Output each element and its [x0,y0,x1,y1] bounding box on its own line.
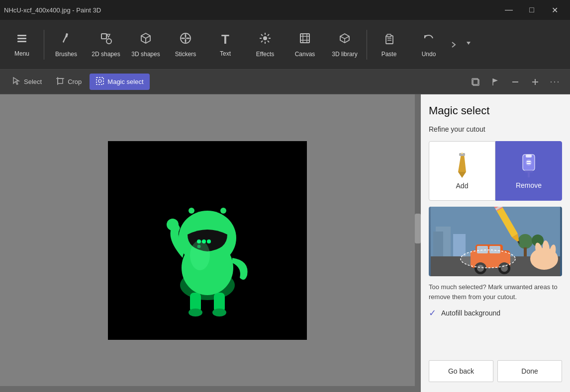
3dshapes-label: 3D shapes [131,51,160,58]
crop-action[interactable]: Crop [50,74,88,90]
menu-icon [16,32,28,47]
svg-rect-29 [96,78,103,84]
svg-point-48 [189,208,194,214]
action-more[interactable]: ··· [546,73,564,91]
magic-select-action[interactable]: Magic select [90,74,149,90]
select-icon [12,77,21,87]
autofill-label: Autofill background [441,309,500,317]
toolbar-stickers[interactable]: Stickers [166,22,205,67]
toolbar-canvas[interactable]: Canvas [285,22,325,67]
refine-label: Refine your cutout [429,125,562,133]
toolbar-collapse[interactable] [459,22,478,67]
image-container [108,141,307,340]
2dshapes-icon [99,32,112,48]
toolbar: Menu Brushes 2D shapes [0,20,570,70]
svg-point-30 [98,79,101,82]
action-plus[interactable] [526,73,544,91]
paste-icon [382,32,395,48]
svg-line-14 [268,41,269,42]
scrollbar-thumb[interactable] [415,214,421,243]
go-back-button[interactable]: Go back [429,360,493,382]
app-title: NHcU-xcf_400x400.jpg - Paint 3D [4,6,101,14]
toolbar-3dshapes[interactable]: 3D shapes [126,22,166,67]
svg-marker-6 [107,34,110,37]
autofill-row[interactable]: ✓ Autofill background [429,308,562,318]
3dlibrary-label: 3D library [332,51,357,58]
undo-icon [422,32,435,48]
titlebar-controls: — □ ✕ [497,0,566,20]
svg-line-13 [261,34,263,36]
2dshapes-label: 2D shapes [92,51,120,58]
toolbar-text[interactable]: T Text [205,22,245,67]
svg-point-49 [220,208,226,214]
svg-rect-60 [527,161,531,162]
select-action[interactable]: Select [6,74,48,90]
menu-label: Menu [14,50,29,57]
stickers-icon [179,32,192,48]
svg-rect-2 [17,41,26,42]
panel-title: Magic select [429,104,562,117]
more-icon: ··· [550,77,560,87]
svg-rect-65 [453,234,466,256]
toolbar-undo[interactable]: Undo [409,22,449,67]
svg-point-42 [167,219,179,231]
3dshapes-icon [139,32,152,48]
actionbar: Select Crop Magic select [0,70,570,94]
main-area: Magic select Refine your cutout Add [0,94,570,392]
toolbar-paste[interactable]: Paste [369,22,409,67]
brushes-label: Brushes [55,51,77,58]
text-icon: T [221,32,229,47]
action-minus[interactable] [506,73,524,91]
remove-label: Remove [516,181,542,189]
svg-rect-26 [58,78,63,83]
action-copy[interactable] [467,73,484,91]
robot-image [133,161,282,320]
maximize-button[interactable]: □ [520,0,543,20]
toolbar-brushes[interactable]: Brushes [46,22,86,67]
svg-rect-3 [65,33,68,37]
effects-label: Effects [256,51,274,58]
svg-point-46 [207,239,211,243]
stickers-label: Stickers [175,51,196,58]
toolbar-divider-2 [367,30,367,60]
text-label: Text [220,50,231,57]
canvas-icon [298,32,311,48]
svg-rect-66 [433,232,443,256]
effects-icon [259,32,272,48]
svg-line-16 [261,41,263,42]
minimize-button[interactable]: — [497,0,520,20]
bottom-scrollbar[interactable] [0,386,415,392]
done-button[interactable]: Done [497,360,562,382]
toolbar-3dlibrary[interactable]: 3D library [325,22,365,67]
collapse-icon [465,40,473,49]
svg-marker-51 [458,154,466,172]
toolbar-chevron[interactable] [449,22,459,67]
hint-text: Too much selected? Mark unwanted areas t… [429,282,562,302]
svg-point-39 [189,309,202,316]
titlebar-left: NHcU-xcf_400x400.jpg - Paint 3D [4,6,101,14]
add-label: Add [456,182,469,190]
autofill-checkmark: ✓ [429,308,436,318]
add-pencil-icon [451,152,473,178]
svg-point-59 [526,159,532,165]
svg-point-88 [461,250,515,268]
action-flag[interactable] [486,73,504,91]
add-button[interactable]: Add [429,141,495,201]
toolbar-effects[interactable]: Effects [245,22,285,67]
magic-select-icon [95,77,104,87]
close-button[interactable]: ✕ [543,0,566,20]
svg-rect-4 [101,34,106,39]
undo-label: Undo [422,51,436,58]
svg-point-5 [106,39,111,44]
paste-label: Paste [381,51,397,58]
svg-rect-56 [526,155,532,157]
right-panel: Magic select Refine your cutout Add [421,94,570,392]
toolbar-2dshapes[interactable]: 2D shapes [86,22,126,67]
remove-button[interactable]: Remove [495,141,562,201]
svg-marker-52 [458,172,466,178]
svg-point-40 [212,309,226,316]
canvas-area[interactable] [0,94,421,392]
3dlibrary-icon [338,32,351,48]
canvas-scrollbar[interactable] [415,94,421,392]
toolbar-menu[interactable]: Menu [2,22,42,67]
